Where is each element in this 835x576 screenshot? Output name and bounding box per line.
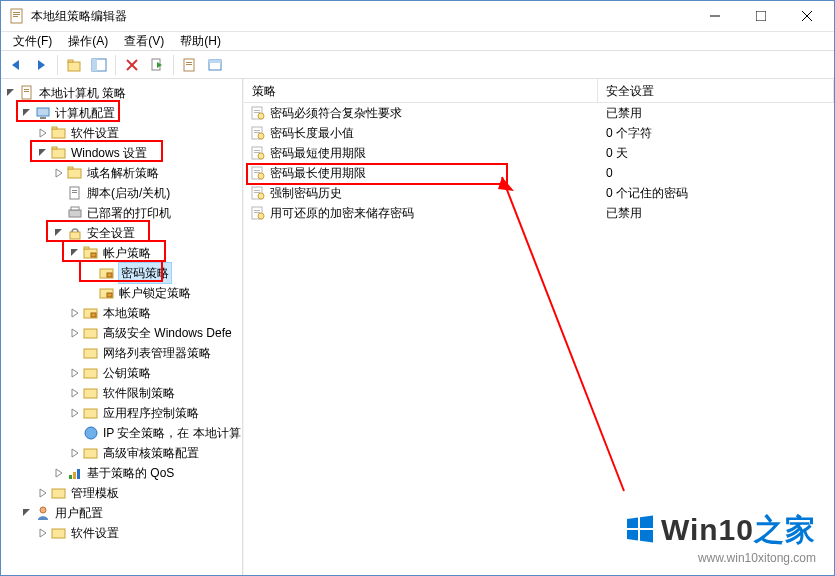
list-row[interactable]: 强制密码历史0 个记住的密码 <box>244 183 834 203</box>
svg-rect-19 <box>209 60 221 63</box>
menu-view[interactable]: 查看(V) <box>116 32 172 51</box>
tree-label: 本地计算机 策略 <box>38 83 127 103</box>
app-icon <box>9 8 25 24</box>
expander-icon[interactable] <box>67 388 83 398</box>
expander-icon[interactable] <box>35 528 51 538</box>
col-header-policy[interactable]: 策略 <box>244 79 598 102</box>
minimize-button[interactable] <box>692 1 738 31</box>
tree-scripts[interactable]: 脚本(启动/关机) <box>1 183 242 203</box>
svg-point-70 <box>258 153 264 159</box>
list-body: 密码必须符合复杂性要求已禁用密码长度最小值0 个字符密码最短使用期限0 天密码最… <box>244 103 834 576</box>
tree-label: 计算机配置 <box>54 103 116 123</box>
policy-cell: 用可还原的加密来储存密码 <box>244 205 598 222</box>
svg-rect-32 <box>72 190 77 191</box>
tree-admin-templates[interactable]: 管理模板 <box>1 483 242 503</box>
tree-label: 基于策略的 QoS <box>86 463 175 483</box>
folder-icon <box>83 365 99 381</box>
tree-label: 软件设置 <box>70 123 120 143</box>
svg-rect-81 <box>254 212 260 213</box>
forward-button[interactable] <box>30 54 52 76</box>
expander-icon[interactable] <box>19 108 35 118</box>
expander-icon[interactable] <box>51 228 67 238</box>
menu-action[interactable]: 操作(A) <box>60 32 116 51</box>
splitter[interactable] <box>238 79 242 576</box>
expander-icon[interactable] <box>3 88 19 98</box>
tree-public-key[interactable]: 公钥策略 <box>1 363 242 383</box>
policy-cell: 密码必须符合复杂性要求 <box>244 105 598 122</box>
show-hide-tree-button[interactable] <box>88 54 110 76</box>
delete-button[interactable] <box>121 54 143 76</box>
svg-rect-52 <box>84 449 97 458</box>
svg-rect-58 <box>52 529 65 538</box>
export-button[interactable] <box>146 54 168 76</box>
tree-label: 安全设置 <box>86 223 136 243</box>
col-header-setting[interactable]: 安全设置 <box>598 79 834 102</box>
svg-rect-16 <box>186 62 192 63</box>
tree-windows-settings[interactable]: Windows 设置 <box>1 143 242 163</box>
list-row[interactable]: 密码最长使用期限0 <box>244 163 834 183</box>
tree-password-policy[interactable]: 密码策略 <box>1 263 242 283</box>
svg-rect-11 <box>92 59 97 71</box>
tree-software-settings[interactable]: 软件设置 <box>1 123 242 143</box>
tree-adv-audit[interactable]: 高级审核策略配置 <box>1 443 242 463</box>
expander-icon[interactable] <box>67 368 83 378</box>
tree-computer-config[interactable]: 计算机配置 <box>1 103 242 123</box>
folder-icon <box>83 345 99 361</box>
svg-rect-8 <box>68 62 80 71</box>
expander-icon[interactable] <box>35 128 51 138</box>
tree-security-settings[interactable]: 安全设置 <box>1 223 242 243</box>
svg-rect-47 <box>84 349 97 358</box>
up-button[interactable] <box>63 54 85 76</box>
svg-rect-22 <box>24 91 29 92</box>
expander-icon[interactable] <box>67 248 83 258</box>
tree-account-lockout[interactable]: 帐户锁定策略 <box>1 283 242 303</box>
properties-button[interactable] <box>204 54 226 76</box>
svg-rect-5 <box>756 11 766 21</box>
folder-icon <box>83 405 99 421</box>
tree-account-policies[interactable]: 帐户策略 <box>1 243 242 263</box>
expander-icon[interactable] <box>19 508 35 518</box>
close-button[interactable] <box>784 1 830 31</box>
expander-icon[interactable] <box>67 328 83 338</box>
tree-deployed-printers[interactable]: 已部署的打印机 <box>1 203 242 223</box>
list-row[interactable]: 用可还原的加密来储存密码已禁用 <box>244 203 834 223</box>
tree-root[interactable]: 本地计算机 策略 <box>1 83 242 103</box>
expander-icon[interactable] <box>67 448 83 458</box>
refresh-button[interactable] <box>179 54 201 76</box>
setting-cell: 已禁用 <box>598 205 834 222</box>
tree-user-config[interactable]: 用户配置 <box>1 503 242 523</box>
tree-wfas[interactable]: 高级安全 Windows Defe <box>1 323 242 343</box>
window-controls <box>692 1 830 31</box>
list-row[interactable]: 密码长度最小值0 个字符 <box>244 123 834 143</box>
script-icon <box>67 185 83 201</box>
svg-rect-72 <box>254 170 260 171</box>
svg-point-78 <box>258 193 264 199</box>
expander-icon[interactable] <box>35 488 51 498</box>
svg-rect-61 <box>254 112 260 113</box>
svg-rect-30 <box>68 167 73 169</box>
expander-icon[interactable] <box>67 408 83 418</box>
tree-app-control[interactable]: 应用程序控制策略 <box>1 403 242 423</box>
svg-rect-24 <box>40 117 46 119</box>
tree-nlm[interactable]: 网络列表管理器策略 <box>1 343 242 363</box>
svg-rect-64 <box>254 130 260 131</box>
list-row[interactable]: 密码必须符合复杂性要求已禁用 <box>244 103 834 123</box>
tree-software-settings-2[interactable]: 软件设置 <box>1 523 242 543</box>
tree-dns-policy[interactable]: 域名解析策略 <box>1 163 242 183</box>
tree-local-policies[interactable]: 本地策略 <box>1 303 242 323</box>
expander-icon[interactable] <box>35 148 51 158</box>
tree-label: 软件限制策略 <box>102 383 176 403</box>
menu-file[interactable]: 文件(F) <box>5 32 60 51</box>
tree-srp[interactable]: 软件限制策略 <box>1 383 242 403</box>
list-row[interactable]: 密码最短使用期限0 天 <box>244 143 834 163</box>
maximize-button[interactable] <box>738 1 784 31</box>
expander-icon[interactable] <box>67 308 83 318</box>
setting-cell: 已禁用 <box>598 105 834 122</box>
menu-help[interactable]: 帮助(H) <box>172 32 229 51</box>
tree-qos[interactable]: 基于策略的 QoS <box>1 463 242 483</box>
expander-icon[interactable] <box>51 168 67 178</box>
tree-ipsec[interactable]: IP 安全策略，在 本地计算 <box>1 423 242 443</box>
expander-icon[interactable] <box>51 468 67 478</box>
svg-rect-69 <box>254 152 260 153</box>
back-button[interactable] <box>5 54 27 76</box>
